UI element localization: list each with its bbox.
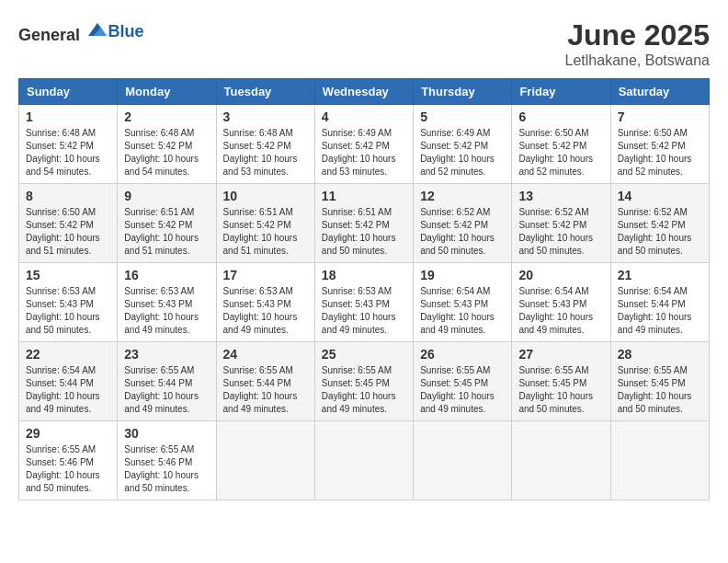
calendar-cell: 21Sunrise: 6:54 AMSunset: 5:44 PMDayligh… <box>610 263 709 342</box>
calendar-week-row: 8Sunrise: 6:50 AMSunset: 5:42 PMDaylight… <box>19 184 710 263</box>
weekday-header-tuesday: Tuesday <box>216 79 314 105</box>
day-info: Sunrise: 6:55 AMSunset: 5:46 PMDaylight:… <box>124 443 209 495</box>
calendar-cell: 16Sunrise: 6:53 AMSunset: 5:43 PMDayligh… <box>118 263 216 342</box>
day-info: Sunrise: 6:54 AMSunset: 5:43 PMDaylight:… <box>420 285 505 337</box>
calendar-header-row: SundayMondayTuesdayWednesdayThursdayFrid… <box>19 79 710 105</box>
calendar-cell <box>512 421 610 500</box>
day-info: Sunrise: 6:48 AMSunset: 5:42 PMDaylight:… <box>223 127 308 178</box>
day-info: Sunrise: 6:53 AMSunset: 5:43 PMDaylight:… <box>223 285 308 337</box>
calendar-cell: 29Sunrise: 6:55 AMSunset: 5:46 PMDayligh… <box>19 421 118 500</box>
calendar-cell: 8Sunrise: 6:50 AMSunset: 5:42 PMDaylight… <box>19 184 118 263</box>
day-number: 10 <box>223 189 308 203</box>
day-info: Sunrise: 6:55 AMSunset: 5:44 PMDaylight:… <box>124 364 209 416</box>
calendar-week-row: 15Sunrise: 6:53 AMSunset: 5:43 PMDayligh… <box>19 263 710 342</box>
calendar-cell: 22Sunrise: 6:54 AMSunset: 5:44 PMDayligh… <box>19 342 118 421</box>
calendar-week-row: 29Sunrise: 6:55 AMSunset: 5:46 PMDayligh… <box>19 421 710 500</box>
month-title: June 2025 <box>565 18 710 52</box>
day-info: Sunrise: 6:53 AMSunset: 5:43 PMDaylight:… <box>124 285 209 337</box>
calendar-cell: 10Sunrise: 6:51 AMSunset: 5:42 PMDayligh… <box>216 184 314 263</box>
day-number: 16 <box>124 268 209 282</box>
day-number: 19 <box>420 268 505 282</box>
weekday-header-thursday: Thursday <box>414 79 512 105</box>
weekday-header-sunday: Sunday <box>19 79 118 105</box>
day-number: 4 <box>322 109 406 124</box>
day-info: Sunrise: 6:55 AMSunset: 5:46 PMDaylight:… <box>26 443 110 495</box>
day-info: Sunrise: 6:51 AMSunset: 5:42 PMDaylight:… <box>322 206 406 258</box>
calendar-cell: 2Sunrise: 6:48 AMSunset: 5:42 PMDaylight… <box>118 105 216 184</box>
day-info: Sunrise: 6:50 AMSunset: 5:42 PMDaylight:… <box>518 127 603 178</box>
day-number: 15 <box>26 268 110 282</box>
day-info: Sunrise: 6:53 AMSunset: 5:43 PMDaylight:… <box>322 285 406 337</box>
calendar-cell: 25Sunrise: 6:55 AMSunset: 5:45 PMDayligh… <box>314 342 413 421</box>
calendar-cell: 6Sunrise: 6:50 AMSunset: 5:42 PMDaylight… <box>512 105 610 184</box>
weekday-header-friday: Friday <box>512 79 610 105</box>
logo: General Blue <box>18 18 144 45</box>
calendar-cell: 17Sunrise: 6:53 AMSunset: 5:43 PMDayligh… <box>216 263 314 342</box>
day-number: 26 <box>420 347 505 362</box>
calendar-cell: 19Sunrise: 6:54 AMSunset: 5:43 PMDayligh… <box>414 263 512 342</box>
day-info: Sunrise: 6:53 AMSunset: 5:43 PMDaylight:… <box>26 285 110 337</box>
calendar-cell: 30Sunrise: 6:55 AMSunset: 5:46 PMDayligh… <box>118 421 216 500</box>
day-number: 21 <box>618 268 702 282</box>
day-number: 2 <box>124 109 209 124</box>
day-number: 6 <box>518 109 603 124</box>
calendar-cell <box>414 421 512 500</box>
day-number: 24 <box>223 347 308 362</box>
day-number: 14 <box>618 189 702 203</box>
day-number: 18 <box>322 268 406 282</box>
calendar-week-row: 1Sunrise: 6:48 AMSunset: 5:42 PMDaylight… <box>19 105 710 184</box>
weekday-header-saturday: Saturday <box>610 79 709 105</box>
day-info: Sunrise: 6:48 AMSunset: 5:42 PMDaylight:… <box>124 127 209 178</box>
calendar-cell: 9Sunrise: 6:51 AMSunset: 5:42 PMDaylight… <box>118 184 216 263</box>
logo-general: General <box>18 26 80 44</box>
day-number: 22 <box>26 347 110 362</box>
day-info: Sunrise: 6:52 AMSunset: 5:42 PMDaylight:… <box>518 206 603 258</box>
title-area: June 2025 Letlhakane, Botswana <box>565 18 710 69</box>
calendar-cell <box>216 421 314 500</box>
day-info: Sunrise: 6:55 AMSunset: 5:45 PMDaylight:… <box>618 364 702 416</box>
day-number: 12 <box>420 189 505 203</box>
location-title: Letlhakane, Botswana <box>565 52 710 69</box>
day-info: Sunrise: 6:55 AMSunset: 5:44 PMDaylight:… <box>223 364 308 416</box>
day-number: 30 <box>124 426 209 441</box>
calendar-cell: 11Sunrise: 6:51 AMSunset: 5:42 PMDayligh… <box>314 184 413 263</box>
day-info: Sunrise: 6:55 AMSunset: 5:45 PMDaylight:… <box>420 364 505 416</box>
day-number: 28 <box>618 347 702 362</box>
calendar-cell <box>314 421 413 500</box>
calendar-cell: 3Sunrise: 6:48 AMSunset: 5:42 PMDaylight… <box>216 105 314 184</box>
day-info: Sunrise: 6:52 AMSunset: 5:42 PMDaylight:… <box>618 206 702 258</box>
day-number: 7 <box>618 109 702 124</box>
calendar-cell: 5Sunrise: 6:49 AMSunset: 5:42 PMDaylight… <box>414 105 512 184</box>
day-info: Sunrise: 6:54 AMSunset: 5:44 PMDaylight:… <box>618 285 702 337</box>
day-info: Sunrise: 6:54 AMSunset: 5:43 PMDaylight:… <box>518 285 603 337</box>
day-info: Sunrise: 6:49 AMSunset: 5:42 PMDaylight:… <box>420 127 505 178</box>
day-info: Sunrise: 6:51 AMSunset: 5:42 PMDaylight:… <box>223 206 308 258</box>
calendar-cell: 24Sunrise: 6:55 AMSunset: 5:44 PMDayligh… <box>216 342 314 421</box>
calendar-cell: 15Sunrise: 6:53 AMSunset: 5:43 PMDayligh… <box>19 263 118 342</box>
calendar-cell: 23Sunrise: 6:55 AMSunset: 5:44 PMDayligh… <box>118 342 216 421</box>
day-number: 5 <box>420 109 505 124</box>
calendar-week-row: 22Sunrise: 6:54 AMSunset: 5:44 PMDayligh… <box>19 342 710 421</box>
weekday-header-wednesday: Wednesday <box>314 79 413 105</box>
page-header: General Blue June 2025 Letlhakane, Botsw… <box>18 18 710 69</box>
day-number: 17 <box>223 268 308 282</box>
day-info: Sunrise: 6:50 AMSunset: 5:42 PMDaylight:… <box>26 206 110 258</box>
day-info: Sunrise: 6:49 AMSunset: 5:42 PMDaylight:… <box>322 127 406 178</box>
day-number: 13 <box>518 189 603 203</box>
day-number: 3 <box>223 109 308 124</box>
day-info: Sunrise: 6:55 AMSunset: 5:45 PMDaylight:… <box>322 364 406 416</box>
day-number: 25 <box>322 347 406 362</box>
calendar-cell: 14Sunrise: 6:52 AMSunset: 5:42 PMDayligh… <box>610 184 709 263</box>
calendar-cell: 26Sunrise: 6:55 AMSunset: 5:45 PMDayligh… <box>414 342 512 421</box>
calendar-table: SundayMondayTuesdayWednesdayThursdayFrid… <box>18 78 710 500</box>
day-info: Sunrise: 6:48 AMSunset: 5:42 PMDaylight:… <box>26 127 110 178</box>
day-info: Sunrise: 6:50 AMSunset: 5:42 PMDaylight:… <box>618 127 702 178</box>
day-number: 20 <box>518 268 603 282</box>
day-number: 23 <box>124 347 209 362</box>
day-number: 29 <box>26 426 110 441</box>
logo-icon <box>86 18 108 40</box>
calendar-cell: 28Sunrise: 6:55 AMSunset: 5:45 PMDayligh… <box>610 342 709 421</box>
calendar-cell: 20Sunrise: 6:54 AMSunset: 5:43 PMDayligh… <box>512 263 610 342</box>
logo-blue: Blue <box>108 22 144 40</box>
calendar-cell: 13Sunrise: 6:52 AMSunset: 5:42 PMDayligh… <box>512 184 610 263</box>
